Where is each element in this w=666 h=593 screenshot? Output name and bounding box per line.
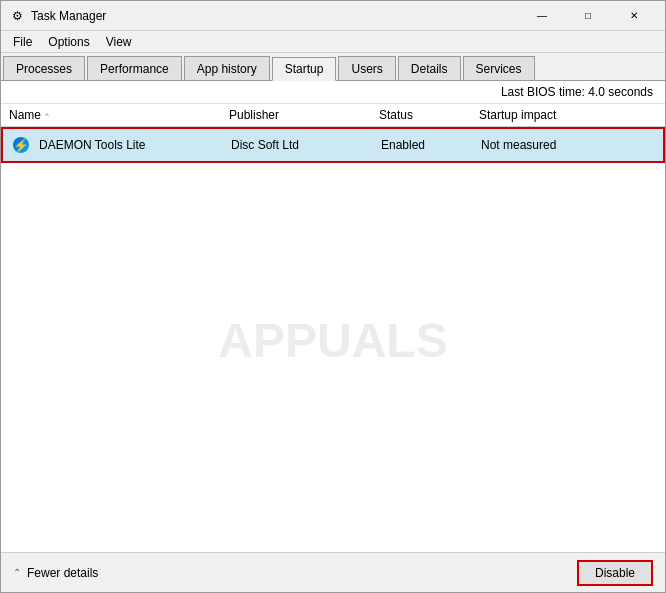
content-area: Last BIOS time: 4.0 seconds Name ^ Publi… xyxy=(1,81,665,552)
tab-details[interactable]: Details xyxy=(398,56,461,80)
disable-button[interactable]: Disable xyxy=(577,560,653,586)
menu-view[interactable]: View xyxy=(98,33,140,51)
menu-bar: File Options View xyxy=(1,31,665,53)
chevron-up-icon: ⌃ xyxy=(13,567,21,578)
table-body: APPUALS ⚡ DAEMON Tools Lite Disc Soft Lt… xyxy=(1,127,665,552)
window-title: Task Manager xyxy=(31,9,519,23)
bios-time-value: 4.0 seconds xyxy=(588,85,653,99)
tabs-bar: Processes Performance App history Startu… xyxy=(1,53,665,81)
title-bar: ⚙ Task Manager — □ ✕ xyxy=(1,1,665,31)
col-header-status[interactable]: Status xyxy=(379,108,479,122)
fewer-details-button[interactable]: ⌃ Fewer details xyxy=(13,566,98,580)
sort-arrow-icon: ^ xyxy=(45,111,49,120)
menu-file[interactable]: File xyxy=(5,33,40,51)
fewer-details-label: Fewer details xyxy=(27,566,98,580)
col-header-impact[interactable]: Startup impact xyxy=(479,108,599,122)
window-icon: ⚙ xyxy=(9,8,25,24)
tab-users[interactable]: Users xyxy=(338,56,395,80)
footer: ⌃ Fewer details Disable xyxy=(1,552,665,592)
title-bar-buttons: — □ ✕ xyxy=(519,1,657,31)
cell-app-name: DAEMON Tools Lite xyxy=(39,138,231,152)
maximize-button[interactable]: □ xyxy=(565,1,611,31)
bios-time-label: Last BIOS time: xyxy=(501,85,585,99)
close-button[interactable]: ✕ xyxy=(611,1,657,31)
minimize-button[interactable]: — xyxy=(519,1,565,31)
cell-publisher: Disc Soft Ltd xyxy=(231,138,381,152)
task-manager-window: ⚙ Task Manager — □ ✕ File Options View P… xyxy=(0,0,666,593)
col-header-publisher[interactable]: Publisher xyxy=(229,108,379,122)
daemon-tools-icon: ⚡ xyxy=(13,137,29,153)
tab-processes[interactable]: Processes xyxy=(3,56,85,80)
menu-options[interactable]: Options xyxy=(40,33,97,51)
bios-time-bar: Last BIOS time: 4.0 seconds xyxy=(1,81,665,104)
tab-performance[interactable]: Performance xyxy=(87,56,182,80)
column-headers: Name ^ Publisher Status Startup impact xyxy=(1,104,665,127)
col-header-name[interactable]: Name ^ xyxy=(9,108,229,122)
cell-status: Enabled xyxy=(381,138,481,152)
tab-services[interactable]: Services xyxy=(463,56,535,80)
cell-impact: Not measured xyxy=(481,138,601,152)
table-row[interactable]: ⚡ DAEMON Tools Lite Disc Soft Ltd Enable… xyxy=(1,127,665,163)
tab-startup[interactable]: Startup xyxy=(272,57,337,81)
watermark: APPUALS xyxy=(218,312,447,367)
row-app-icon: ⚡ xyxy=(11,135,31,155)
tab-app-history[interactable]: App history xyxy=(184,56,270,80)
